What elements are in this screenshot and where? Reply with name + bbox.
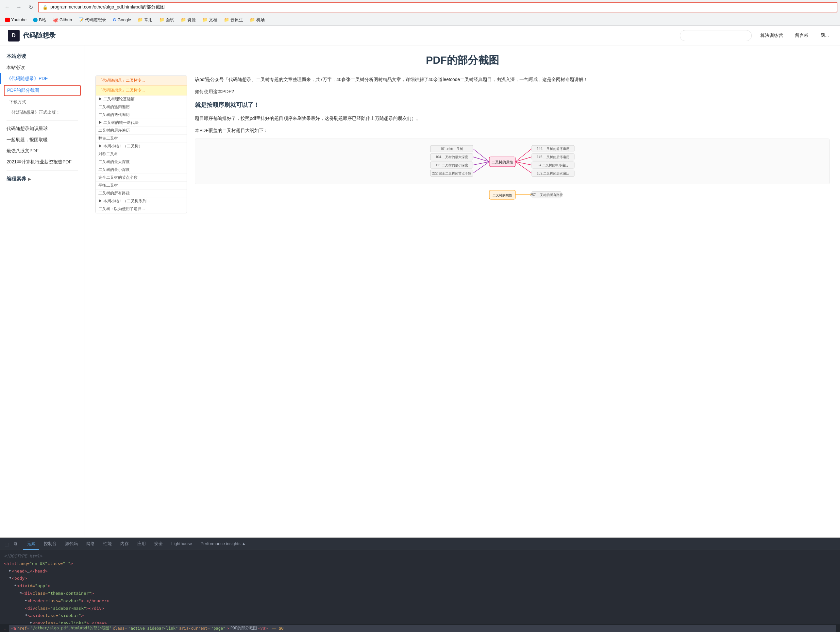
bookmark-yuanyuan[interactable]: 📁 云原生 (221, 16, 246, 24)
toc-item-3[interactable]: ▶ 二叉树的统一迭代法 (96, 119, 186, 127)
svg-text:104.二叉树的最大深度: 104.二叉树的最大深度 (435, 155, 468, 159)
href-link[interactable]: "/other/algo_pdf.html#pdf的部分截图" (30, 626, 111, 631)
site-logo: D 代码随想录 (8, 30, 55, 41)
sidebar-section-2: 编程素养 ▶ (0, 173, 85, 184)
html-line-div-app: ▼ <div id="app" > (4, 582, 836, 590)
toc-item-14[interactable]: 二叉树：以为使用了递归... (96, 205, 186, 213)
tab-lighthouse[interactable]: Lighthouse (167, 539, 196, 549)
folder-icon-6: 📁 (250, 17, 255, 22)
toc-item-9[interactable]: 二叉树的最小深度 (96, 166, 186, 174)
toc-item-5[interactable]: 翻转二叉树 (96, 135, 186, 142)
tab-console[interactable]: 控制台 (40, 538, 60, 550)
triangle-app[interactable]: ▼ (13, 584, 18, 586)
bookmark-github[interactable]: 🐙 Github (50, 16, 74, 24)
toc-item-4[interactable]: 二叉树的层序遍历 (96, 127, 186, 135)
browser-chrome: ← → ↻ 🔒 programmercarl.com/other/algo_pd… (0, 0, 840, 26)
triangle-aside[interactable]: ▼ (23, 614, 28, 616)
back-button[interactable]: ← (3, 3, 12, 12)
triangle-body[interactable]: ▼ (8, 577, 13, 579)
sidebar-item-download[interactable]: 下载方式 (0, 97, 85, 107)
main-content: PDF的部分截图 「代码随想录」二叉树专... 「代码随想录」二叉树专... ▶… (85, 46, 840, 537)
selected-line: <a href= "/other/algo_pdf.html#pdf的部分截图"… (9, 625, 836, 632)
address-text[interactable]: programmercarl.com/other/algo_pdf.html#p… (51, 4, 833, 10)
sidebar-item-bgwpdf[interactable]: 最强八股文PDF (0, 145, 85, 156)
sidebar-item-zhishixingqiu[interactable]: 代码随想录知识星球 (0, 123, 85, 134)
sidebar-item-salary[interactable]: 2021年计算机行业薪资报告PDF (0, 156, 85, 168)
article-text: 该pdf是公众号「代码随想录」二叉树专题的文章整理而来，共7万字，40多张二叉树… (195, 76, 829, 213)
html-line-html: <html lang="en-US" class=" " > (4, 560, 836, 567)
tab-performance[interactable]: 性能 (99, 538, 116, 550)
svg-text:144.二叉树的前序遍历: 144.二叉树的前序遍历 (537, 147, 569, 151)
triangle-theme[interactable]: ▼ (18, 592, 23, 594)
dots-icon: … (4, 626, 6, 630)
search-input[interactable] (680, 30, 752, 41)
tab-sources[interactable]: 源代码 (61, 538, 82, 550)
usage-detail: 题目顺序都编排好了，按照pdf里排好的题目顺序来刷效果最好，这份刷题顺序已经陪伴… (195, 114, 829, 123)
triangle-head[interactable]: ▶ (9, 568, 11, 573)
tab-network[interactable]: 网络 (82, 538, 99, 550)
nav-training[interactable]: 算法训练营 (757, 31, 786, 41)
cursor-tool-btn[interactable]: ⬚ (3, 540, 11, 548)
bookmark-icon: 📝 (79, 17, 84, 22)
toc-item-12[interactable]: 二叉树的所有路径 (96, 189, 186, 197)
folder-icon-5: 📁 (224, 17, 229, 22)
bookmark-code[interactable]: 📝 代码随想录 (76, 16, 109, 24)
bookmark-bilibili-label: B站 (39, 17, 46, 23)
devtools-icon-group: ⬚ ⧉ (3, 540, 20, 548)
toc-item-0[interactable]: ▶ 二叉树理论基础篇 (96, 95, 186, 103)
intro-desc: 该pdf是公众号「代码随想录」二叉树专题的文章整理而来，共7万字，40多张二叉树… (195, 76, 829, 84)
selected-element-bar: … <a href= "/other/algo_pdf.html#pdf的部分截… (0, 624, 840, 632)
sidebar-item-pdf[interactable]: 《代码随想录》PDF (0, 73, 85, 84)
bookmark-youtube[interactable]: Youtube (3, 16, 29, 24)
github-icon: 🐙 (53, 17, 58, 22)
toc-item-10[interactable]: 完全二叉树的节点个数 (96, 174, 186, 182)
bookmark-mianshi-label: 面试 (166, 17, 174, 23)
triangle-nav[interactable]: ▶ (30, 620, 32, 624)
svg-text:145.二叉树的后序遍历: 145.二叉树的后序遍历 (537, 155, 569, 159)
toc-item-13[interactable]: ▶ 本周小结！（二叉树系列... (96, 197, 186, 205)
site-logo-text: 代码随想录 (23, 31, 55, 40)
device-tool-btn[interactable]: ⧉ (12, 540, 20, 548)
tab-performance-insights[interactable]: Performance insights ▲ (197, 539, 250, 549)
bookmark-google[interactable]: G Google (110, 16, 134, 24)
reload-button[interactable]: ↻ (26, 3, 35, 12)
toc-item-8[interactable]: 二叉树的最大深度 (96, 158, 186, 166)
sidebar-item-pdf-screenshot[interactable]: PDF的部分截图 (4, 85, 81, 96)
bookmark-wendang-label: 文档 (209, 17, 217, 23)
bookmark-bilibili[interactable]: B站 (30, 16, 49, 24)
tab-application[interactable]: 应用 (133, 538, 150, 550)
bookmark-ziyuan[interactable]: 📁 资源 (178, 16, 198, 24)
sidebar-item-team[interactable]: 一起刷题，报团取暖！ (0, 134, 85, 145)
tab-elements[interactable]: 元素 (23, 538, 39, 550)
bookmark-jichang[interactable]: 📁 机场 (247, 16, 267, 24)
nav-guestbook[interactable]: 留言板 (792, 31, 812, 41)
triangle-header[interactable]: ▶ (25, 598, 27, 603)
tab-memory[interactable]: 内存 (116, 538, 133, 550)
svg-line-3 (515, 157, 532, 162)
logo-icon: D (8, 30, 20, 41)
toc-item-11[interactable]: 平衡二叉树 (96, 182, 186, 189)
html-line-theme-container: ▼ <div class="theme-container" > (4, 590, 836, 597)
dollar-zero: == $0 (272, 626, 283, 631)
bookmark-wendang[interactable]: 📁 文档 (200, 16, 220, 24)
toc-item-1[interactable]: 二叉树的递归遍历 (96, 103, 186, 111)
header-right: 算法训练营 留言板 网... (680, 30, 832, 41)
bookmark-changyong-label: 常用 (144, 17, 153, 23)
nav-more[interactable]: 网... (817, 31, 832, 41)
sidebar-item-benstanbidu[interactable]: 本站必读 (0, 62, 85, 73)
toc-item-7[interactable]: 对称二叉树 (96, 150, 186, 158)
bookmark-ziyuan-label: 资源 (187, 17, 196, 23)
svg-text:111.二叉树的最小深度: 111.二叉树的最小深度 (435, 163, 468, 167)
mind-map-label-2: 二叉树的属性 257.二叉树的所有路径 (195, 187, 829, 206)
pdf-toc-header-2: 「代码随想录」二叉树专... (96, 86, 186, 95)
lock-icon: 🔒 (43, 5, 48, 10)
bookmark-mianshi[interactable]: 📁 面试 (156, 16, 177, 24)
forward-button[interactable]: → (14, 3, 24, 12)
address-bar[interactable]: 🔒 programmercarl.com/other/algo_pdf.html… (38, 2, 837, 13)
sidebar-item-publish[interactable]: 《代码随想录》正式出版！ (0, 107, 85, 118)
bookmark-changyong[interactable]: 📁 常用 (135, 16, 155, 24)
toc-item-6[interactable]: ▶ 本周小结！（二叉树） (96, 142, 186, 150)
tab-security[interactable]: 安全 (150, 538, 167, 550)
toc-item-2[interactable]: 二叉树的迭代遍历 (96, 111, 186, 119)
html-source: <!DOCTYPE html> <html lang="en-US" class… (0, 550, 840, 624)
